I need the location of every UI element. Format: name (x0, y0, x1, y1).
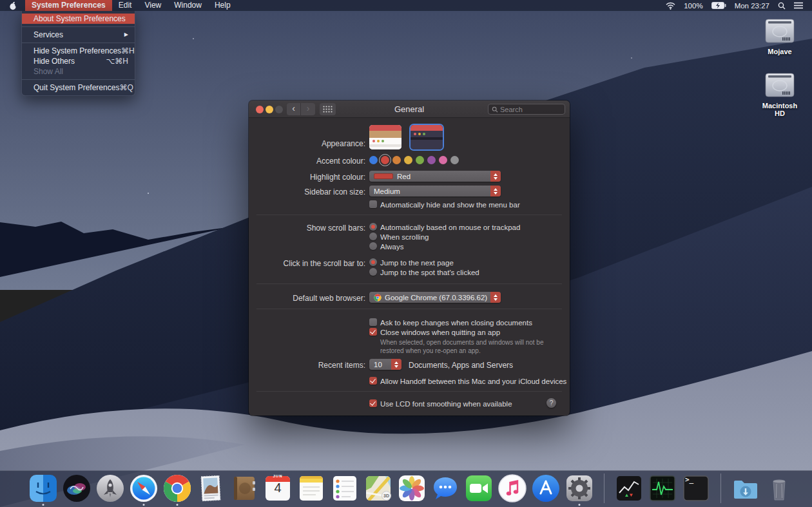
dock-facetime[interactable] (464, 474, 494, 503)
separator (256, 309, 562, 309)
jump-spot-clicked-radio[interactable] (369, 268, 377, 276)
default-browser-popup[interactable]: Google Chrome (67.0.3396.62) (369, 292, 501, 303)
accent-purple[interactable] (427, 156, 436, 164)
scroll-always-radio[interactable] (369, 242, 377, 250)
drive-label: Macintosh HD (757, 102, 802, 117)
spotlight-search-icon[interactable] (778, 2, 786, 10)
menu-item-services[interactable]: Services ▶ (22, 30, 135, 40)
auto-hide-menubar-checkbox[interactable] (369, 200, 377, 208)
battery-percent: 100% (684, 2, 702, 10)
dock-downloads[interactable] (731, 474, 760, 503)
dock-app-store[interactable] (531, 474, 561, 503)
dock-chrome[interactable] (162, 474, 192, 503)
menu-item-about[interactable]: About System Preferences (22, 14, 135, 24)
dock-activity-monitor[interactable] (648, 474, 677, 503)
scroll-always-label: Always (380, 243, 403, 251)
apple-menu[interactable] (0, 1, 25, 10)
desktop: System Preferences Edit View Window Help… (0, 0, 812, 507)
dock-calendar[interactable]: JUN 4 (263, 474, 293, 503)
highlight-colour-label: Highlight colour: (310, 173, 365, 182)
wifi-icon[interactable] (666, 2, 675, 10)
scroll-when-scrolling-radio[interactable] (369, 233, 377, 240)
separator (256, 391, 562, 392)
appearance-label: Appearance: (322, 139, 365, 148)
separator (256, 215, 562, 215)
accent-green[interactable] (416, 156, 424, 164)
system-preferences-window: ‹ › General Appea (249, 100, 570, 416)
drive-label: Mojave (757, 48, 802, 55)
highlight-colour-popup[interactable]: Red (369, 171, 501, 182)
hard-drive-icon (763, 71, 797, 100)
dock-system-preferences[interactable] (565, 474, 594, 503)
dock-launchpad[interactable] (95, 474, 125, 503)
appearance-light-option[interactable] (369, 125, 401, 149)
menu-item-show-all: Show All (22, 66, 135, 77)
separator (256, 283, 562, 284)
system-preferences-app-menu: About System Preferences Services ▶ Hide… (21, 11, 135, 96)
scroll-when-scrolling-label: When scrolling (380, 233, 429, 241)
dock-contacts[interactable] (229, 474, 259, 503)
accent-graphite[interactable] (450, 156, 459, 164)
close-windows-checkbox-checked[interactable] (369, 328, 377, 336)
dock-finder[interactable] (28, 474, 58, 503)
menu-system-preferences[interactable]: System Preferences (25, 0, 112, 11)
running-indicator (177, 504, 179, 506)
dock: JUN 4 (0, 470, 812, 507)
hard-drive-icon (763, 17, 797, 46)
clock[interactable]: Mon 23:27 (735, 2, 769, 10)
sidebar-icon-size-popup[interactable]: Medium (369, 186, 501, 196)
search-input[interactable] (500, 106, 558, 113)
lcd-smoothing-checkbox-checked[interactable] (369, 399, 377, 407)
maps-3d-badge: 3D (382, 491, 391, 501)
jump-next-page-label: Jump to the next page (380, 259, 454, 267)
recent-items-suffix: Documents, Apps and Servers (409, 361, 513, 370)
accent-yellow[interactable] (404, 156, 412, 164)
search-icon (492, 106, 498, 113)
dock-terminal[interactable]: >_ (681, 474, 711, 503)
shortcut: ⌘H (121, 46, 135, 56)
dock-stocks[interactable] (614, 474, 644, 503)
menu-item-quit[interactable]: Quit System Preferences ⌘Q (22, 82, 135, 93)
dock-reminders[interactable] (330, 474, 360, 503)
accent-red-selected[interactable] (381, 156, 389, 164)
menu-edit[interactable]: Edit (112, 0, 139, 11)
accent-blue[interactable] (369, 156, 378, 164)
menu-separator (22, 26, 135, 27)
dock-messages[interactable] (430, 474, 460, 503)
recent-items-popup[interactable]: 10 (369, 359, 401, 370)
scroll-auto-radio-selected[interactable] (369, 223, 377, 231)
title-bar[interactable]: ‹ › General (249, 100, 570, 118)
ask-keep-changes-checkbox[interactable] (369, 318, 377, 326)
dock-separator (604, 474, 604, 503)
dock-mail[interactable] (196, 474, 226, 503)
dock-maps[interactable]: 3D (363, 474, 393, 503)
handoff-checkbox-checked[interactable] (369, 377, 377, 385)
show-scroll-bars-label: Show scroll bars: (307, 224, 365, 233)
appearance-dark-option-selected[interactable] (411, 125, 443, 149)
terminal-prompt: >_ (685, 475, 693, 484)
notification-center-icon[interactable] (794, 2, 803, 9)
accent-pink[interactable] (439, 156, 447, 164)
menu-item-hide-system-preferences[interactable]: Hide System Preferences ⌘H (22, 46, 135, 56)
dock-notes[interactable] (296, 474, 326, 503)
accent-orange[interactable] (392, 156, 401, 164)
menu-item-hide-others[interactable]: Hide Others ⌥⌘H (22, 56, 135, 66)
handoff-label: Allow Handoff between this Mac and your … (380, 378, 566, 385)
accent-colour-label: Accent colour: (316, 157, 365, 166)
dock-photos[interactable] (397, 474, 427, 503)
drive-mojave[interactable]: Mojave (757, 17, 802, 55)
dock-safari[interactable] (129, 474, 159, 503)
dock-itunes[interactable] (498, 474, 527, 503)
dock-trash[interactable] (764, 474, 794, 503)
menu-window[interactable]: Window (168, 0, 208, 11)
search-field[interactable] (488, 104, 565, 115)
click-scroll-bar-label: Click in the scroll bar to: (284, 259, 365, 268)
running-indicator (579, 504, 581, 506)
jump-next-page-radio-selected[interactable] (369, 258, 377, 266)
drive-macintosh-hd[interactable]: Macintosh HD (757, 71, 802, 117)
menu-view[interactable]: View (138, 0, 168, 11)
menu-help[interactable]: Help (208, 0, 237, 11)
battery-icon (711, 2, 726, 9)
help-button[interactable]: ? (546, 398, 556, 408)
dock-siri[interactable] (62, 474, 92, 503)
